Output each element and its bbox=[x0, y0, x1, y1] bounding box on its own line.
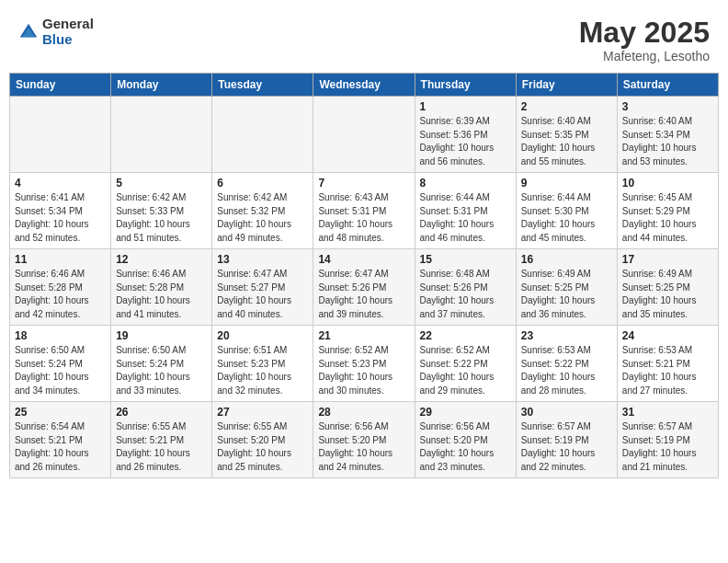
day-number: 17 bbox=[622, 253, 713, 266]
day-number: 27 bbox=[217, 406, 308, 419]
calendar-cell bbox=[212, 97, 313, 173]
day-info: Sunrise: 6:55 AM Sunset: 5:21 PM Dayligh… bbox=[116, 420, 207, 474]
calendar-week-1: 1Sunrise: 6:39 AM Sunset: 5:36 PM Daylig… bbox=[10, 97, 719, 173]
day-info: Sunrise: 6:55 AM Sunset: 5:20 PM Dayligh… bbox=[217, 420, 308, 474]
calendar-week-4: 18Sunrise: 6:50 AM Sunset: 5:24 PM Dayli… bbox=[10, 326, 719, 402]
calendar-cell: 14Sunrise: 6:47 AM Sunset: 5:26 PM Dayli… bbox=[313, 249, 415, 326]
day-info: Sunrise: 6:53 AM Sunset: 5:21 PM Dayligh… bbox=[622, 344, 713, 397]
day-number: 7 bbox=[318, 177, 409, 190]
day-number: 2 bbox=[521, 100, 612, 113]
calendar-cell: 18Sunrise: 6:50 AM Sunset: 5:24 PM Dayli… bbox=[10, 326, 111, 402]
calendar-header-row: SundayMondayTuesdayWednesdayThursdayFrid… bbox=[10, 74, 719, 97]
day-number: 18 bbox=[15, 329, 106, 342]
day-info: Sunrise: 6:50 AM Sunset: 5:24 PM Dayligh… bbox=[116, 344, 207, 397]
day-info: Sunrise: 6:43 AM Sunset: 5:31 PM Dayligh… bbox=[318, 191, 409, 245]
day-number: 20 bbox=[217, 329, 308, 342]
calendar-cell: 15Sunrise: 6:48 AM Sunset: 5:26 PM Dayli… bbox=[415, 249, 516, 326]
calendar-cell bbox=[313, 97, 415, 173]
day-info: Sunrise: 6:54 AM Sunset: 5:21 PM Dayligh… bbox=[15, 420, 106, 474]
day-number: 26 bbox=[116, 406, 207, 419]
day-info: Sunrise: 6:51 AM Sunset: 5:23 PM Dayligh… bbox=[217, 344, 308, 397]
day-number: 11 bbox=[15, 253, 106, 266]
day-info: Sunrise: 6:57 AM Sunset: 5:19 PM Dayligh… bbox=[622, 420, 713, 474]
day-number: 13 bbox=[217, 253, 308, 266]
day-number: 21 bbox=[318, 329, 409, 342]
calendar-cell bbox=[111, 97, 212, 173]
day-info: Sunrise: 6:56 AM Sunset: 5:20 PM Dayligh… bbox=[420, 420, 511, 474]
day-info: Sunrise: 6:47 AM Sunset: 5:26 PM Dayligh… bbox=[318, 268, 409, 321]
day-number: 23 bbox=[521, 329, 612, 342]
day-number: 12 bbox=[116, 253, 207, 266]
day-info: Sunrise: 6:41 AM Sunset: 5:34 PM Dayligh… bbox=[15, 191, 106, 245]
day-header-tuesday: Tuesday bbox=[212, 74, 313, 97]
day-number: 10 bbox=[622, 177, 713, 190]
calendar-cell: 24Sunrise: 6:53 AM Sunset: 5:21 PM Dayli… bbox=[617, 326, 718, 402]
day-info: Sunrise: 6:49 AM Sunset: 5:25 PM Dayligh… bbox=[622, 268, 713, 321]
day-number: 22 bbox=[420, 329, 511, 342]
day-header-friday: Friday bbox=[516, 74, 617, 97]
title-area: May 2025 Mafeteng, Lesotho bbox=[579, 17, 710, 63]
day-info: Sunrise: 6:48 AM Sunset: 5:26 PM Dayligh… bbox=[420, 268, 511, 321]
day-number: 3 bbox=[622, 100, 713, 113]
day-info: Sunrise: 6:49 AM Sunset: 5:25 PM Dayligh… bbox=[521, 268, 612, 321]
calendar-cell: 2Sunrise: 6:40 AM Sunset: 5:35 PM Daylig… bbox=[516, 97, 617, 173]
calendar-cell: 11Sunrise: 6:46 AM Sunset: 5:28 PM Dayli… bbox=[10, 249, 111, 326]
day-info: Sunrise: 6:46 AM Sunset: 5:28 PM Dayligh… bbox=[15, 268, 106, 321]
day-number: 4 bbox=[15, 177, 106, 190]
day-number: 15 bbox=[420, 253, 511, 266]
calendar-week-3: 11Sunrise: 6:46 AM Sunset: 5:28 PM Dayli… bbox=[10, 249, 719, 326]
logo-blue-text: Blue bbox=[42, 32, 94, 48]
calendar-week-2: 4Sunrise: 6:41 AM Sunset: 5:34 PM Daylig… bbox=[10, 173, 719, 249]
calendar-cell: 7Sunrise: 6:43 AM Sunset: 5:31 PM Daylig… bbox=[313, 173, 415, 249]
day-number: 6 bbox=[217, 177, 308, 190]
calendar-cell: 29Sunrise: 6:56 AM Sunset: 5:20 PM Dayli… bbox=[415, 402, 516, 478]
day-info: Sunrise: 6:44 AM Sunset: 5:30 PM Dayligh… bbox=[521, 191, 612, 245]
calendar-week-5: 25Sunrise: 6:54 AM Sunset: 5:21 PM Dayli… bbox=[10, 402, 719, 478]
calendar-cell: 1Sunrise: 6:39 AM Sunset: 5:36 PM Daylig… bbox=[415, 97, 516, 173]
month-title: May 2025 bbox=[579, 17, 710, 49]
calendar-cell: 17Sunrise: 6:49 AM Sunset: 5:25 PM Dayli… bbox=[617, 249, 718, 326]
day-number: 16 bbox=[521, 253, 612, 266]
day-number: 31 bbox=[622, 406, 713, 419]
calendar-cell: 4Sunrise: 6:41 AM Sunset: 5:34 PM Daylig… bbox=[10, 173, 111, 249]
day-info: Sunrise: 6:52 AM Sunset: 5:22 PM Dayligh… bbox=[420, 344, 511, 397]
calendar-cell: 20Sunrise: 6:51 AM Sunset: 5:23 PM Dayli… bbox=[212, 326, 313, 402]
calendar-cell: 31Sunrise: 6:57 AM Sunset: 5:19 PM Dayli… bbox=[617, 402, 718, 478]
calendar-cell: 23Sunrise: 6:53 AM Sunset: 5:22 PM Dayli… bbox=[516, 326, 617, 402]
day-header-thursday: Thursday bbox=[415, 74, 516, 97]
calendar-cell: 16Sunrise: 6:49 AM Sunset: 5:25 PM Dayli… bbox=[516, 249, 617, 326]
day-number: 1 bbox=[420, 100, 511, 113]
day-info: Sunrise: 6:42 AM Sunset: 5:32 PM Dayligh… bbox=[217, 191, 308, 245]
day-number: 8 bbox=[420, 177, 511, 190]
day-number: 9 bbox=[521, 177, 612, 190]
day-info: Sunrise: 6:40 AM Sunset: 5:34 PM Dayligh… bbox=[622, 115, 713, 168]
day-number: 28 bbox=[318, 406, 409, 419]
day-header-saturday: Saturday bbox=[617, 74, 718, 97]
calendar-cell: 10Sunrise: 6:45 AM Sunset: 5:29 PM Dayli… bbox=[617, 173, 718, 249]
calendar-cell: 27Sunrise: 6:55 AM Sunset: 5:20 PM Dayli… bbox=[212, 402, 313, 478]
day-number: 14 bbox=[318, 253, 409, 266]
page-header: General Blue May 2025 Mafeteng, Lesotho bbox=[9, 9, 719, 69]
day-number: 25 bbox=[15, 406, 106, 419]
day-info: Sunrise: 6:39 AM Sunset: 5:36 PM Dayligh… bbox=[420, 115, 511, 168]
calendar-cell: 21Sunrise: 6:52 AM Sunset: 5:23 PM Dayli… bbox=[313, 326, 415, 402]
calendar-cell: 6Sunrise: 6:42 AM Sunset: 5:32 PM Daylig… bbox=[212, 173, 313, 249]
calendar-cell: 13Sunrise: 6:47 AM Sunset: 5:27 PM Dayli… bbox=[212, 249, 313, 326]
location-subtitle: Mafeteng, Lesotho bbox=[579, 49, 710, 63]
calendar-cell: 5Sunrise: 6:42 AM Sunset: 5:33 PM Daylig… bbox=[111, 173, 212, 249]
day-info: Sunrise: 6:57 AM Sunset: 5:19 PM Dayligh… bbox=[521, 420, 612, 474]
calendar-cell: 22Sunrise: 6:52 AM Sunset: 5:22 PM Dayli… bbox=[415, 326, 516, 402]
calendar-cell: 26Sunrise: 6:55 AM Sunset: 5:21 PM Dayli… bbox=[111, 402, 212, 478]
day-header-wednesday: Wednesday bbox=[313, 74, 415, 97]
day-info: Sunrise: 6:46 AM Sunset: 5:28 PM Dayligh… bbox=[116, 268, 207, 321]
day-info: Sunrise: 6:47 AM Sunset: 5:27 PM Dayligh… bbox=[217, 268, 308, 321]
day-header-sunday: Sunday bbox=[10, 74, 111, 97]
day-header-monday: Monday bbox=[111, 74, 212, 97]
calendar-cell: 28Sunrise: 6:56 AM Sunset: 5:20 PM Dayli… bbox=[313, 402, 415, 478]
calendar-cell: 3Sunrise: 6:40 AM Sunset: 5:34 PM Daylig… bbox=[617, 97, 718, 173]
calendar-table: SundayMondayTuesdayWednesdayThursdayFrid… bbox=[9, 73, 719, 478]
day-info: Sunrise: 6:44 AM Sunset: 5:31 PM Dayligh… bbox=[420, 191, 511, 245]
day-info: Sunrise: 6:45 AM Sunset: 5:29 PM Dayligh… bbox=[622, 191, 713, 245]
day-number: 30 bbox=[521, 406, 612, 419]
day-number: 29 bbox=[420, 406, 511, 419]
